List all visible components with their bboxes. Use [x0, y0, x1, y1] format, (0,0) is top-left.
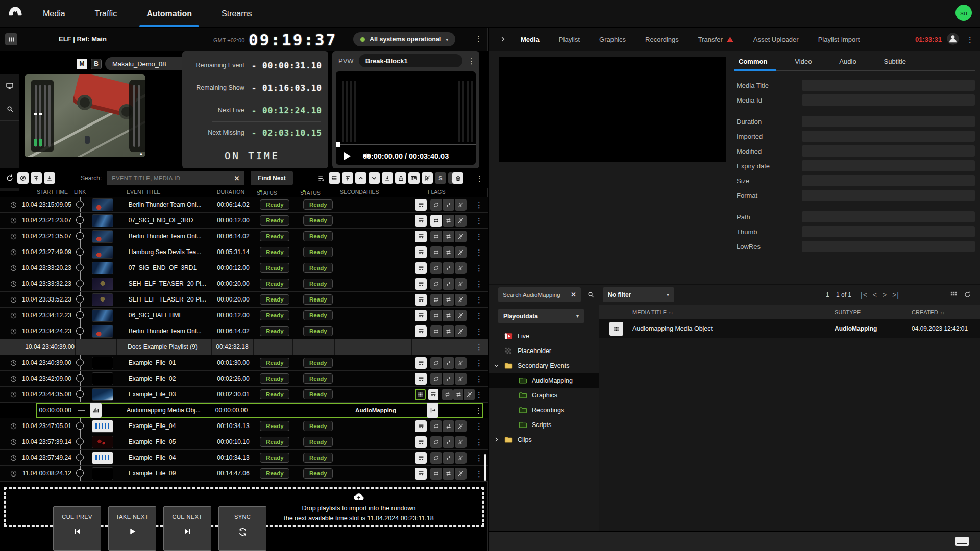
cursor-disabled-icon[interactable] [422, 172, 433, 184]
event-notes-icon[interactable] [415, 278, 427, 290]
move-up-icon[interactable] [31, 172, 42, 184]
transition-icon[interactable] [443, 373, 454, 385]
cursor-disabled-icon[interactable] [455, 294, 467, 306]
event-notes-icon[interactable] [415, 231, 427, 242]
cursor-disabled-icon[interactable] [455, 199, 467, 211]
panel-tab-playlist-import[interactable]: Playlist Import [818, 36, 860, 43]
transition-icon[interactable] [443, 452, 454, 464]
system-status-dropdown[interactable]: All systems operational ▾ [353, 32, 455, 46]
loop-icon[interactable] [430, 262, 442, 274]
search-view-button[interactable] [0, 97, 19, 121]
event-notes-icon[interactable] [415, 436, 427, 448]
loop-icon[interactable] [430, 468, 442, 480]
nav-tab-automation[interactable]: Automation [142, 0, 196, 27]
cursor-disabled-icon[interactable] [455, 215, 467, 227]
transition-icon[interactable] [443, 420, 454, 432]
refresh-icon[interactable] [4, 172, 15, 184]
link-circle[interactable] [76, 311, 84, 319]
chevron-down-icon[interactable] [493, 362, 500, 369]
secondary-event-row[interactable]: 00:00:00.00Audiomapping Media Obj...00:0… [0, 403, 488, 418]
event-notes-icon[interactable] [415, 357, 427, 369]
row-menu-button[interactable]: ⋮ [475, 217, 488, 224]
loop-icon[interactable] [430, 278, 442, 290]
loop-icon[interactable] [430, 310, 442, 321]
program-video-preview[interactable]: ▲ [24, 74, 145, 157]
cursor-disabled-icon[interactable] [455, 420, 467, 432]
sync-button[interactable]: SYNC [218, 506, 266, 551]
resize-handle[interactable]: ▲ [139, 151, 143, 156]
media-pane-menu-button[interactable]: ⋮ [966, 36, 974, 43]
link-column[interactable] [71, 466, 90, 481]
transition-icon[interactable] [443, 468, 454, 480]
tray-icon[interactable] [955, 537, 969, 546]
pvw-menu-button[interactable]: ⋮ [468, 57, 475, 65]
filter-dropdown[interactable]: No filter ▾ [603, 287, 674, 302]
transition-icon[interactable] [443, 310, 454, 321]
ignore-timing-icon[interactable] [17, 172, 29, 184]
row-menu-button[interactable]: ⋮ [475, 343, 488, 351]
cursor-disabled-icon[interactable] [455, 468, 467, 480]
nav-tab-media[interactable]: Media [39, 0, 69, 27]
link-circle[interactable] [76, 201, 84, 208]
lock-icon[interactable] [395, 172, 406, 184]
tree-item-graphics[interactable]: Graphics [489, 388, 599, 403]
tree-item-live[interactable]: Live [489, 329, 599, 343]
row-menu-button[interactable]: ⋮ [475, 312, 488, 319]
rundown-event-row[interactable]: 10.04 23:33:32.23SEH_ELF_TEASER_20 Pl...… [0, 276, 488, 292]
link-column[interactable] [71, 323, 90, 339]
playlist-group-row[interactable]: 10.04 23:40:39.00Docs Example Playlist (… [0, 339, 488, 355]
event-notes-icon[interactable] [415, 215, 427, 227]
media-search-input[interactable]: Search AudioMapping ✕ [498, 287, 581, 302]
media-preview-player[interactable] [499, 57, 726, 162]
link-circle[interactable] [76, 469, 84, 477]
delete-icon[interactable] [452, 172, 463, 184]
col-media-title[interactable]: MEDIA TITLE↑↓ [632, 309, 673, 315]
backup-output-button[interactable]: B [91, 59, 102, 69]
pvw-player[interactable]: 00:00:00.00 / 00:03:40.03 [336, 71, 476, 165]
link-circle[interactable] [76, 454, 84, 461]
transition-icon[interactable] [443, 215, 454, 227]
nav-tab-traffic[interactable]: Traffic [91, 0, 121, 27]
cursor-disabled-icon[interactable] [455, 357, 467, 369]
link-circle[interactable] [76, 438, 84, 445]
link-column[interactable] [71, 434, 90, 449]
loop-icon[interactable] [430, 420, 442, 432]
rundown-event-row[interactable]: 10.04 23:42:09.00Example_File_0200:02:26… [0, 371, 488, 387]
rundown-event-row[interactable]: 10.04 23:34:12.2306_SIG_HALFTIME00:00:12… [0, 308, 488, 323]
main-output-button[interactable]: M [77, 59, 87, 69]
offset-icon[interactable] [427, 403, 438, 418]
collapse-panel-icon[interactable] [499, 36, 506, 43]
rundown-event-row[interactable]: 11.04 00:08:24.12Example_File_0900:14:47… [0, 466, 488, 482]
tree-item-secondary-events[interactable]: Secondary Events [489, 358, 599, 373]
meta-field-input[interactable] [802, 131, 975, 142]
transition-icon[interactable] [443, 436, 454, 448]
rundown-scrollbar[interactable] [484, 454, 486, 481]
scroll-down-icon[interactable] [369, 172, 380, 184]
row-menu-button[interactable]: ⋮ [475, 403, 482, 418]
cursor-disabled-icon[interactable] [455, 246, 467, 258]
loop-icon[interactable] [430, 246, 442, 258]
meta-field-input[interactable] [802, 241, 975, 252]
rundown-menu-button[interactable]: ⋮ [476, 174, 483, 182]
link-column[interactable] [71, 387, 90, 402]
grid-view-icon[interactable] [950, 291, 958, 298]
transition-icon[interactable] [443, 262, 454, 274]
link-column[interactable] [71, 197, 90, 212]
link-column[interactable] [71, 418, 90, 434]
event-notes-icon[interactable] [415, 420, 427, 432]
chevron-right-icon[interactable] [493, 436, 500, 443]
event-notes-icon[interactable] [428, 389, 439, 400]
first-page-icon[interactable]: |< [861, 291, 868, 299]
cursor-disabled-icon[interactable] [455, 278, 467, 290]
next-page-icon[interactable]: > [883, 291, 887, 299]
layout-grid-button[interactable] [5, 33, 17, 45]
link-column[interactable] [71, 229, 90, 244]
pvw-source-field[interactable]: Break-Block1 [359, 54, 462, 67]
tree-item-scripts[interactable]: Scripts [489, 417, 599, 432]
transition-icon[interactable] [443, 199, 454, 211]
link-circle[interactable] [76, 216, 84, 224]
loop-icon[interactable] [430, 231, 442, 242]
link-column[interactable] [71, 355, 90, 370]
refresh-icon[interactable] [964, 291, 971, 298]
meta-field-input[interactable] [802, 80, 975, 91]
